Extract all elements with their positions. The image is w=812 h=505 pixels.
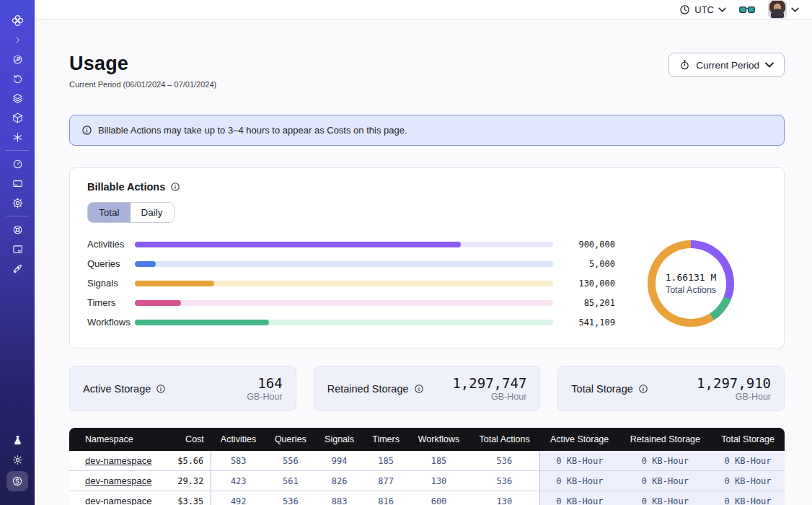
bar-fill — [135, 242, 461, 247]
usage-gauge-icon[interactable] — [8, 156, 27, 172]
col-signals: Signals — [315, 428, 363, 451]
table-row: dev-namespace $5.66 583 556 994 185 185 … — [69, 451, 785, 471]
col-queries: Queries — [265, 428, 315, 451]
col-retained-storage: Retained Storage — [619, 428, 711, 451]
cell-cost: 29.32 — [167, 471, 211, 491]
total-storage-value: 1,297,910 — [697, 375, 771, 391]
getting-started-rocket-icon[interactable] — [8, 260, 27, 276]
active-storage-label: Active Storage — [83, 383, 151, 395]
billable-actions-chart: Activities 900,000 Queries 5,000 Signals — [87, 234, 767, 332]
cell-workflows: 600 — [408, 491, 469, 505]
retained-storage-unit: GB-Hour — [452, 392, 526, 402]
cube-icon[interactable] — [8, 110, 27, 126]
namespace-link[interactable]: dev-namespace — [85, 455, 152, 466]
support-lifebuoy-icon[interactable] — [8, 221, 27, 237]
retained-storage-card: Retained Storage 1,297,747 GB-Hour — [314, 366, 541, 411]
cell-total-storage: 0 KB-Hour — [711, 491, 785, 505]
cell-retained-storage: 0 KB-Hour — [619, 491, 711, 505]
tab-total[interactable]: Total — [88, 203, 131, 222]
col-timers: Timers — [363, 428, 409, 451]
total-actions-donut: 1.66131 M Total Actions — [648, 240, 734, 327]
table-header-row: Namespace Cost Activities Queries Signal… — [69, 428, 785, 451]
col-workflows: Workflows — [408, 428, 469, 451]
user-menu[interactable] — [768, 0, 799, 19]
info-icon — [81, 125, 92, 136]
namespace-link[interactable]: dev-namespace — [85, 475, 152, 486]
period-selector-button[interactable]: Current Period — [668, 53, 785, 77]
timezone-selector[interactable]: UTC — [679, 4, 726, 15]
nexus-asterisk-icon[interactable] — [8, 129, 27, 145]
layers-icon[interactable] — [8, 90, 27, 106]
settings-gear-icon[interactable] — [8, 195, 27, 211]
sidebar — [0, 0, 35, 505]
bar-label: Queries — [87, 258, 135, 269]
info-icon[interactable] — [638, 384, 648, 394]
tab-daily[interactable]: Daily — [131, 203, 174, 222]
bar-fill — [135, 320, 269, 325]
cell-active-storage: 0 KB-Hour — [540, 471, 619, 491]
bar-label: Workflows — [87, 317, 135, 328]
info-banner-text: Billable Actions may take up to 3–4 hour… — [98, 125, 407, 136]
table-row: dev-namespace 29.32 423 561 826 877 130 … — [69, 471, 785, 491]
cell-total-storage: 0 KB-Hour — [711, 471, 785, 491]
billing-card-icon[interactable] — [8, 175, 27, 191]
app-window: UTC Usage Current Period (06/01/2024 – 0… — [0, 0, 812, 505]
cell-total-actions: 130 — [469, 491, 540, 505]
avatar — [768, 0, 787, 19]
table-row: dev-namespace $3.35 492 536 883 816 600 … — [69, 491, 785, 505]
cell-timers: 185 — [363, 451, 409, 471]
pricing-dollar-icon[interactable] — [6, 471, 28, 491]
bar-value: 85,201 — [563, 298, 615, 308]
active-storage-card: Active Storage 164 GB-Hour — [69, 366, 296, 411]
donut-total-label: Total Actions — [666, 285, 716, 295]
period-selector-label: Current Period — [696, 60, 759, 71]
chevron-right-icon[interactable] — [8, 32, 27, 48]
docs-terminal-icon[interactable] — [8, 241, 27, 257]
billable-actions-card: Billable Actions Total Daily Activities … — [69, 167, 785, 348]
temporal-logo-icon[interactable] — [8, 12, 27, 28]
cell-signals: 994 — [315, 451, 363, 471]
total-storage-unit: GB-Hour — [697, 392, 771, 402]
col-total-actions: Total Actions — [469, 428, 540, 451]
cell-total-storage: 0 KB-Hour — [711, 451, 785, 471]
active-storage-value: 164 — [247, 375, 282, 391]
info-icon[interactable] — [156, 384, 166, 394]
page-subtitle: Current Period (06/01/2024 – 07/01/2024) — [69, 80, 216, 89]
history-icon[interactable] — [8, 71, 27, 87]
info-icon[interactable] — [414, 384, 424, 394]
chevron-down-icon — [791, 7, 799, 12]
labs-flask-icon[interactable] — [8, 432, 27, 448]
cell-signals: 883 — [315, 491, 363, 505]
cell-retained-storage: 0 KB-Hour — [619, 451, 711, 471]
info-icon[interactable] — [170, 182, 180, 192]
bar-row-workflows: Workflows 541,109 — [87, 312, 615, 332]
col-namespace: Namespace — [69, 428, 167, 451]
stopwatch-icon — [679, 59, 690, 71]
usage-page: Usage Current Period (06/01/2024 – 07/01… — [35, 19, 812, 505]
cell-queries: 561 — [265, 471, 315, 491]
chevron-down-icon — [765, 62, 774, 68]
bar-row-activities: Activities 900,000 — [87, 234, 615, 254]
cell-timers: 877 — [363, 471, 409, 491]
cell-active-storage: 0 KB-Hour — [540, 451, 619, 471]
cell-workflows: 185 — [408, 451, 469, 471]
info-banner: Billable Actions may take up to 3–4 hour… — [69, 115, 785, 146]
donut-center: 1.66131 M Total Actions — [656, 248, 726, 319]
glasses-icon[interactable] — [739, 5, 755, 14]
donut-total-value: 1.66131 M — [666, 272, 716, 283]
bar-row-queries: Queries 5,000 — [87, 254, 615, 273]
theme-sun-icon[interactable] — [8, 452, 27, 467]
bar-track — [135, 320, 553, 325]
main-area: UTC Usage Current Period (06/01/2024 – 0… — [35, 0, 812, 505]
bar-value: 130,000 — [563, 278, 615, 289]
col-total-storage: Total Storage — [711, 428, 785, 451]
retained-storage-value: 1,297,747 — [452, 375, 526, 391]
bar-label: Timers — [87, 297, 135, 308]
topbar: UTC — [35, 0, 812, 19]
namespace-link[interactable]: dev-namespace — [85, 496, 152, 505]
total-storage-label: Total Storage — [571, 383, 632, 395]
cell-retained-storage: 0 KB-Hour — [619, 471, 711, 491]
namespaces-icon[interactable] — [8, 51, 27, 67]
bar-track — [135, 242, 553, 247]
col-activities: Activities — [211, 428, 265, 451]
